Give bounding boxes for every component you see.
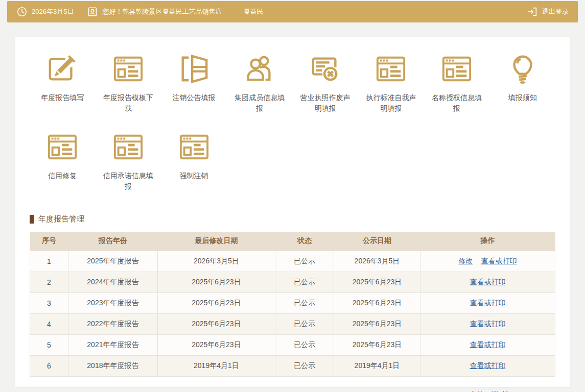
menu-grid: 年度报告填写 年度报告模板下载 注销公告填报 集团成员信息填报 <box>30 53 555 192</box>
topbar-left: 2026年3月5日 您好！乾县乾陵景区夏益民工艺品销售店 夏益民 <box>16 6 263 17</box>
id-card-icon <box>87 6 98 17</box>
menu-item-label: 信用承诺信息填报 <box>102 170 155 192</box>
cell-no: 3 <box>30 292 68 313</box>
cell-modified: 2025年6月23日 <box>157 334 275 355</box>
cell-actions: 修改 查看或打印 <box>420 251 555 272</box>
cell-published: 2025年6月23日 <box>334 334 420 355</box>
menu-item-name-authorization[interactable]: 名称授权信息填报 <box>424 53 490 114</box>
menu-item-label: 信用修复 <box>48 170 77 181</box>
cell-status: 已公示 <box>275 313 334 334</box>
cell-status: 已公示 <box>275 251 334 272</box>
clock-icon <box>16 6 28 17</box>
menu-item-label: 集团成员信息填报 <box>233 92 286 114</box>
cell-actions: 查看或打印 <box>420 272 555 292</box>
browser-form-icon <box>112 131 144 163</box>
cell-published: 2025年6月23日 <box>334 313 420 334</box>
menu-item-standard-self-declaration[interactable]: 执行标准自我声明填报 <box>358 53 424 114</box>
cell-year: 2024年年度报告 <box>68 272 158 292</box>
section-head: 年度报告管理 <box>30 214 555 224</box>
current-date: 2026年3月5日 <box>32 7 74 16</box>
people-icon <box>244 53 275 85</box>
table-row: 5 2021年年度报告 2025年6月23日 已公示 2025年6月23日 查看… <box>30 334 555 355</box>
cell-no: 6 <box>30 355 68 376</box>
cell-actions: 查看或打印 <box>420 292 555 313</box>
table-row: 2 2024年年度报告 2025年6月23日 已公示 2025年6月23日 查看… <box>30 272 555 292</box>
greeting-text: 您好！乾县乾陵景区夏益民工艺品销售店 <box>102 7 222 16</box>
annual-report-section: 年度报告管理 序号 报告年份 最后修改日期 状态 公示日期 操作 <box>30 214 555 377</box>
menu-item-label: 名称授权信息填报 <box>430 92 483 114</box>
col-header-published: 公示日期 <box>334 232 420 251</box>
menu-item-cancellation-notice[interactable]: 注销公告填报 <box>161 53 227 114</box>
view-print-link[interactable]: 查看或打印 <box>470 320 505 329</box>
col-header-actions: 操作 <box>420 232 555 251</box>
bulb-icon <box>507 53 539 85</box>
menu-item-filing-notes[interactable]: 填报须知 <box>489 53 555 114</box>
main-card: 年度报告填写 年度报告模板下载 注销公告填报 集团成员信息填报 <box>15 37 570 387</box>
col-header-modified: 最后修改日期 <box>157 232 275 251</box>
logout-icon <box>527 6 538 17</box>
cell-year: 2021年年度报告 <box>68 334 158 355</box>
menu-item-label: 年度报告模板下载 <box>102 92 155 114</box>
menu-item-credit-commitment[interactable]: 信用承诺信息填报 <box>96 131 161 192</box>
cell-modified: 2019年4月1日 <box>157 355 275 376</box>
cell-modified: 2025年6月23日 <box>157 272 275 292</box>
pencil-box-icon <box>46 53 78 85</box>
view-print-link[interactable]: 查看或打印 <box>470 299 505 308</box>
cell-no: 2 <box>30 272 68 292</box>
doc-export-icon <box>178 53 210 85</box>
col-header-year: 报告年份 <box>68 232 158 251</box>
doc-void-icon <box>310 53 341 85</box>
cell-status: 已公示 <box>275 292 334 313</box>
cell-published: 2025年6月23日 <box>334 272 420 292</box>
menu-item-license-void-declaration[interactable]: 营业执照作废声明填报 <box>293 53 359 114</box>
cell-status: 已公示 <box>275 355 334 376</box>
table-header-row: 序号 报告年份 最后修改日期 状态 公示日期 操作 <box>30 232 555 251</box>
annual-report-table: 序号 报告年份 最后修改日期 状态 公示日期 操作 1 2025年年度报告 20… <box>30 232 555 377</box>
cell-published: 2025年6月23日 <box>334 292 420 313</box>
logout-label: 退出登录 <box>542 7 569 16</box>
view-print-link[interactable]: 查看或打印 <box>481 257 517 266</box>
edit-link[interactable]: 修改 <box>458 257 473 266</box>
view-print-link[interactable]: 查看或打印 <box>470 278 505 287</box>
menu-item-label: 强制注销 <box>180 170 208 181</box>
col-header-no: 序号 <box>30 232 68 251</box>
cell-modified: 2026年3月5日 <box>157 251 275 272</box>
menu-item-label: 年度报告填写 <box>41 92 84 103</box>
section-title: 年度报告管理 <box>38 214 84 224</box>
section-marker <box>30 215 34 224</box>
menu-item-label: 填报须知 <box>508 92 537 103</box>
cell-status: 已公示 <box>275 272 334 292</box>
username-link[interactable]: 夏益民 <box>243 7 263 16</box>
cell-actions: 查看或打印 <box>420 334 555 355</box>
menu-item-forced-cancellation[interactable]: 强制注销 <box>161 131 227 192</box>
cell-modified: 2025年6月23日 <box>157 313 275 334</box>
logout-button[interactable]: 退出登录 <box>527 6 569 17</box>
cell-year: 2018年年度报告 <box>68 355 158 376</box>
menu-item-annual-report-template[interactable]: 年度报告模板下载 <box>96 53 161 114</box>
view-print-link[interactable]: 查看或打印 <box>470 340 505 350</box>
menu-item-label: 营业执照作废声明填报 <box>299 92 352 114</box>
cell-actions: 查看或打印 <box>420 355 555 376</box>
browser-form-icon <box>112 53 144 85</box>
cell-no: 4 <box>30 313 68 334</box>
menu-item-label: 注销公告填报 <box>173 92 216 103</box>
browser-form-icon <box>441 53 473 85</box>
cell-modified: 2025年6月23日 <box>157 292 275 313</box>
browser-form-icon <box>46 131 78 163</box>
cell-no: 5 <box>30 334 68 355</box>
table-row: 1 2025年年度报告 2026年3月5日 已公示 2026年3月5日 修改 查… <box>30 251 555 272</box>
cell-year: 2022年年度报告 <box>68 313 158 334</box>
cell-no: 1 <box>30 251 68 272</box>
menu-item-group-members[interactable]: 集团成员信息填报 <box>227 53 293 114</box>
menu-item-annual-report-write[interactable]: 年度报告填写 <box>30 53 96 114</box>
table-row: 6 2018年年度报告 2019年4月1日 已公示 2019年4月1日 查看或打… <box>30 355 555 376</box>
view-print-link[interactable]: 查看或打印 <box>470 361 505 371</box>
table-row: 4 2022年年度报告 2025年6月23日 已公示 2025年6月23日 查看… <box>30 313 555 334</box>
col-header-status: 状态 <box>275 232 334 251</box>
table-row: 3 2023年年度报告 2025年6月23日 已公示 2025年6月23日 查看… <box>30 292 555 313</box>
cell-actions: 查看或打印 <box>420 313 555 334</box>
cell-status: 已公示 <box>275 334 334 355</box>
menu-item-credit-repair[interactable]: 信用修复 <box>30 131 96 192</box>
cell-year: 2025年年度报告 <box>68 251 158 272</box>
menu-item-label: 执行标准自我声明填报 <box>364 92 417 114</box>
